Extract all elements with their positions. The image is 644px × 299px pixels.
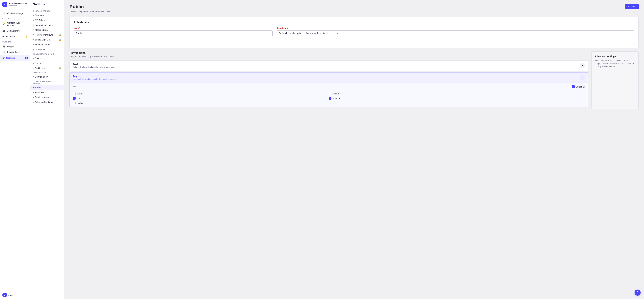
name-input[interactable]: [74, 30, 272, 36]
permissions-title: Permissions: [70, 52, 588, 54]
tag-desc: Define all allowed actions for the api::…: [73, 78, 116, 80]
checkbox-item-findone: ✔ findOne: [329, 97, 585, 100]
settings-item-audit-logs[interactable]: Audit Logs 🔒: [30, 66, 64, 70]
tag-subheader: TAG − Select all: [73, 85, 585, 90]
settings-item-webhooks[interactable]: Webhooks: [30, 47, 64, 52]
settings-item-up-roles[interactable]: Roles: [30, 85, 64, 90]
tag-title: Tag: [73, 75, 116, 78]
checkbox-delete[interactable]: [329, 92, 332, 95]
admin-panel-label: ADMINISTRATION PANEL: [30, 52, 64, 56]
sidebar-item-content-type-builder[interactable]: 🧩 Content-Type Builder: [0, 20, 30, 28]
settings-item-users[interactable]: Users: [30, 61, 64, 66]
dot-icon: [33, 24, 34, 26]
settings-item-review-workflows[interactable]: Review Workflows 🔒: [30, 32, 64, 37]
role-details-form: Name* Description* Default role given to…: [74, 27, 634, 44]
dot-icon: [33, 87, 34, 88]
settings-item-roles[interactable]: Roles: [30, 56, 64, 61]
dot-icon: [33, 34, 34, 35]
description-required: *: [288, 27, 288, 29]
settings-item-media-library-s[interactable]: Media Library: [30, 28, 64, 32]
tag-header[interactable]: Tag Define all allowed actions for the a…: [70, 72, 588, 83]
checkbox-item-update: update: [73, 102, 329, 104]
settings-item-advanced-settings[interactable]: Advanced settings: [30, 100, 64, 104]
avatar: J: [2, 292, 7, 297]
releases-lock-icon: 🔒: [26, 36, 28, 38]
dot-icon: [33, 97, 34, 98]
dot-icon: [33, 20, 34, 20]
advanced-settings-panel: Advanced settings Select the application…: [591, 52, 638, 109]
sidebar-collapse-chevron[interactable]: ‹: [27, 294, 28, 296]
review-workflows-lock-icon: 🔒: [59, 34, 61, 36]
name-group: Name*: [74, 27, 272, 44]
settings-panel: Settings GLOBAL SETTINGS Overview API To…: [30, 0, 64, 299]
checkbox-create[interactable]: [73, 92, 76, 95]
settings-item-providers[interactable]: Providers: [30, 90, 64, 95]
page-header: Public Default role given to unauthentic…: [70, 4, 638, 13]
tag-chevron-button[interactable]: ▲: [580, 75, 585, 80]
dot-icon: [33, 39, 34, 40]
tag-permission-body: TAG − Select all create: [70, 83, 588, 107]
save-button[interactable]: ✔ Save: [624, 4, 638, 9]
post-permission-section: Post Define all allowed actions for the …: [70, 60, 588, 71]
settings-item-email-templates[interactable]: Email templates: [30, 95, 64, 100]
checkbox-findone[interactable]: ✔: [329, 97, 332, 100]
advanced-settings-title: Advanced settings: [595, 55, 635, 58]
post-chevron-button[interactable]: ▼: [580, 63, 585, 68]
content-manager-icon: 📄: [2, 12, 6, 15]
page-title-group: Public Default role given to unauthentic…: [70, 4, 111, 13]
sidebar-item-releases[interactable]: ✈ Releases 🔒: [0, 34, 30, 39]
page-subtitle: Default role given to unauthenticated us…: [70, 10, 111, 13]
checkbox-item-delete: delete: [329, 92, 585, 95]
post-header[interactable]: Post Define all allowed actions for the …: [70, 60, 588, 71]
role-details-title: Role details: [74, 21, 634, 24]
dot-icon: [33, 76, 34, 77]
tag-checkboxes-grid: create delete ✔ find: [73, 92, 585, 104]
sidebar-brand-info: Strapi Dashboard Workplace: [8, 2, 27, 7]
settings-icon: ⚙: [2, 56, 4, 59]
general-section-label: GENERAL: [0, 39, 30, 44]
up-plugin-label: USERS & PERMISSIONS PLUGIN: [30, 79, 64, 85]
sidebar-logo: S: [2, 2, 7, 7]
dot-icon: [33, 63, 34, 64]
main-content: Public Default role given to unauthentic…: [64, 0, 644, 299]
name-label: Name*: [74, 27, 272, 29]
settings-item-configuration[interactable]: Configuration: [30, 74, 64, 79]
select-all-checkbox[interactable]: −: [572, 85, 575, 88]
sidebar-item-media-library[interactable]: 🖼 Media Library: [0, 28, 30, 34]
advanced-settings-desc: Select the application's actions or the …: [595, 59, 635, 68]
settings-item-sso[interactable]: Single Sign-On 🔒: [30, 37, 64, 42]
checkbox-find[interactable]: ✔: [73, 97, 76, 100]
post-title: Post: [73, 63, 116, 66]
checkmark-icon: ✔: [628, 6, 630, 8]
dot-icon: [33, 49, 34, 50]
sidebar: S Strapi Dashboard Workplace 📄 Content M…: [0, 0, 30, 299]
help-button[interactable]: ?: [634, 290, 641, 296]
page-title: Public: [70, 4, 111, 10]
settings-item-overview[interactable]: Overview: [30, 13, 64, 18]
description-group: Description* Default role given to unaut…: [277, 27, 634, 44]
sidebar-footer: J Justin ‹: [0, 291, 30, 299]
select-all-button[interactable]: − Select all: [572, 85, 585, 88]
email-plugin-label: EMAIL PLUGIN: [30, 70, 64, 74]
media-library-icon: 🖼: [2, 29, 5, 32]
description-input[interactable]: Default role given to unauthenticated us…: [277, 30, 634, 44]
checkbox-update[interactable]: [73, 102, 76, 104]
tag-header-text: Tag Define all allowed actions for the a…: [73, 75, 116, 80]
brand-subtitle: Workplace: [8, 5, 27, 7]
brand-name: Strapi Dashboard: [8, 2, 27, 5]
global-settings-label: GLOBAL SETTINGS: [30, 9, 64, 13]
post-desc: Define all allowed actions for the api::…: [73, 66, 116, 68]
settings-item-internationalization[interactable]: Internationalization: [30, 22, 64, 28]
dot-icon: [33, 68, 34, 68]
settings-item-transfer-tokens[interactable]: Transfer Tokens: [30, 42, 64, 47]
releases-icon: ✈: [2, 35, 4, 38]
sidebar-item-plugins[interactable]: 🔌 Plugins: [0, 44, 30, 49]
permissions-subtitle: Only actions bound by a route are listed…: [70, 55, 588, 58]
dot-icon: [33, 58, 34, 59]
sidebar-item-marketplace[interactable]: 🛒 Marketplace: [0, 49, 30, 55]
permissions-main: Permissions Only actions bound by a rout…: [70, 52, 588, 109]
sidebar-item-settings[interactable]: ⚙ Settings 1: [0, 55, 30, 61]
settings-item-api-tokens[interactable]: API Tokens: [30, 18, 64, 22]
sidebar-item-content-manager[interactable]: 📄 Content Manager: [0, 10, 30, 16]
settings-panel-title: Settings: [30, 3, 64, 9]
